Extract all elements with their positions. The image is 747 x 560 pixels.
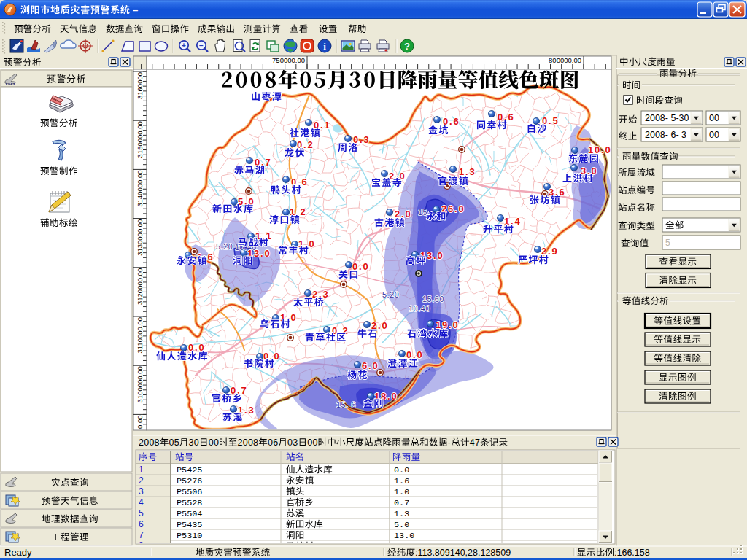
svg-text:0: 0: [194, 438, 199, 448]
svg-text:?: ?: [404, 41, 410, 52]
svg-text:0: 0: [149, 438, 154, 448]
svg-text:5.0: 5.0: [394, 520, 409, 530]
svg-text:P5506: P5506: [177, 487, 202, 497]
svg-text:3120000.00: 3120000.00: [136, 268, 144, 305]
svg-text:−: −: [199, 42, 204, 50]
svg-text:3130000.00: 3130000.00: [136, 219, 144, 256]
svg-text:5: 5: [139, 508, 144, 518]
svg-text:0: 0: [144, 438, 149, 448]
svg-text:2: 2: [139, 475, 144, 486]
svg-text:0.2: 0.2: [297, 139, 314, 150]
svg-text:3: 3: [189, 438, 194, 448]
svg-text:5.20: 5.20: [382, 290, 399, 299]
svg-text:5: 5: [174, 438, 179, 448]
svg-text:1.6: 1.6: [394, 476, 409, 486]
svg-text:1.0: 1.0: [394, 487, 409, 497]
svg-text:P5528: P5528: [177, 498, 202, 508]
svg-text:0.7: 0.7: [394, 498, 409, 508]
svg-text:Ready: Ready: [4, 547, 32, 558]
svg-text::113.809140,28.128509: :113.809140,28.128509: [415, 548, 511, 558]
svg-text:800000.00: 800000.00: [549, 56, 581, 64]
svg-text:0.7: 0.7: [231, 385, 247, 396]
svg-text:P5504: P5504: [177, 509, 202, 519]
svg-text:0.5: 0.5: [542, 115, 559, 126]
svg-text:3160000: 3160000: [136, 72, 144, 99]
svg-text:5: 5: [665, 238, 670, 248]
svg-text:2.9: 2.9: [541, 246, 558, 257]
svg-text:3100000.00: 3100000.00: [136, 366, 144, 402]
svg-text:4: 4: [470, 438, 475, 448]
svg-text:15.60: 15.60: [422, 295, 444, 303]
svg-text:00: 00: [709, 113, 719, 123]
svg-text:1: 1: [139, 464, 144, 475]
svg-text:15. 6: 15. 6: [336, 400, 356, 409]
svg-text:0: 0: [169, 438, 174, 448]
svg-text:3: 3: [293, 438, 298, 448]
svg-text:2: 2: [139, 438, 144, 448]
svg-text:1.3: 1.3: [459, 166, 476, 177]
svg-text:0: 0: [214, 438, 219, 448]
svg-text:0: 0: [268, 438, 273, 448]
svg-text:00: 00: [709, 130, 719, 140]
svg-text:0: 0: [312, 438, 317, 448]
svg-text:P5435: P5435: [177, 520, 202, 530]
svg-text:10.40: 10.40: [409, 304, 430, 313]
svg-text:6: 6: [273, 438, 278, 448]
svg-text::166.158: :166.158: [614, 548, 650, 558]
svg-text:19.0: 19.0: [436, 319, 460, 330]
svg-text:6: 6: [139, 519, 144, 529]
svg-text:750000.00: 750000.00: [272, 56, 305, 64]
svg-text:7: 7: [139, 530, 144, 540]
svg-text:3110000.00: 3110000.00: [136, 317, 144, 354]
svg-text:2008- 5-30: 2008- 5-30: [645, 113, 689, 123]
svg-text:0.0: 0.0: [394, 465, 409, 475]
svg-text:8: 8: [253, 438, 258, 448]
svg-text:+: +: [182, 42, 186, 50]
svg-text:0: 0: [209, 438, 214, 448]
svg-text:0: 0: [243, 438, 248, 448]
svg-text:3140000.00: 3140000.00: [136, 170, 144, 206]
svg-text:3150000.00: 3150000.00: [136, 121, 144, 158]
svg-text:P5276: P5276: [177, 476, 202, 486]
svg-text:0: 0: [307, 438, 312, 448]
svg-text:4: 4: [139, 497, 144, 508]
svg-text:8: 8: [155, 438, 160, 448]
svg-text:-: -: [447, 438, 450, 448]
svg-text:P5310: P5310: [177, 531, 202, 541]
svg-text:0: 0: [287, 438, 293, 448]
svg-text:5.20: 5.20: [216, 242, 233, 251]
svg-text:3: 3: [139, 486, 144, 497]
svg-text:2: 2: [238, 438, 243, 448]
svg-text:P5425: P5425: [177, 465, 202, 475]
svg-text:2008- 6- 3: 2008- 6- 3: [645, 130, 686, 140]
svg-text:–: –: [133, 4, 138, 15]
svg-text:i: i: [323, 41, 326, 52]
svg-text:6.0: 6.0: [362, 360, 379, 371]
svg-text:0.0: 0.0: [406, 349, 423, 360]
svg-text:7: 7: [475, 438, 480, 448]
svg-text:1.3: 1.3: [394, 509, 409, 519]
svg-text:13.0: 13.0: [394, 531, 414, 541]
svg-text:0: 0: [248, 438, 253, 448]
